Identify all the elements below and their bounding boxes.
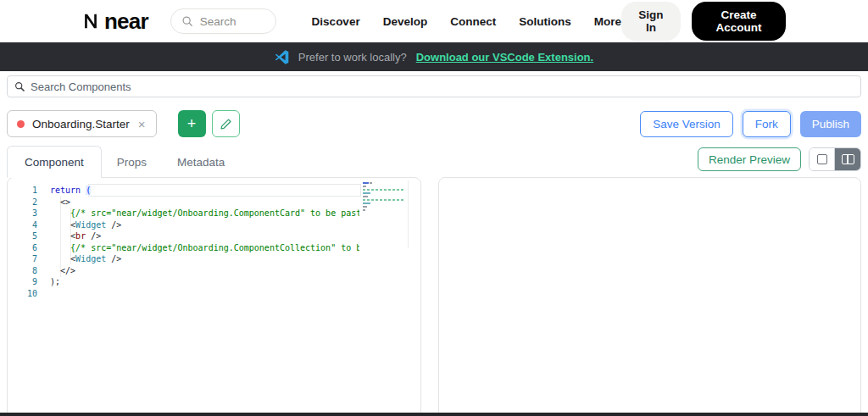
preview-controls: Render Preview (698, 147, 861, 171)
pencil-icon (220, 118, 232, 130)
nav-item-discover[interactable]: Discover (312, 15, 360, 28)
line-numbers: 12345678910 (8, 185, 37, 299)
near-logo[interactable]: near (81, 10, 148, 32)
search-components-placeholder: Search Components (31, 80, 131, 93)
new-component-button[interactable]: + (178, 110, 206, 137)
search-components-input[interactable]: Search Components (7, 75, 861, 97)
vscode-icon (275, 50, 289, 64)
single-pane-toggle[interactable] (810, 148, 835, 170)
fork-button[interactable]: Fork (743, 111, 791, 137)
save-version-button[interactable]: Save Version (640, 111, 733, 137)
sign-in-button[interactable]: Sign In (621, 2, 681, 41)
magnifier-icon (14, 81, 25, 92)
close-tab-icon[interactable]: × (137, 118, 147, 130)
tab-props[interactable]: Props (102, 146, 162, 178)
single-pane-icon (817, 154, 827, 164)
split-pane-icon (842, 154, 854, 164)
version-actions: Save Version Fork Publish (640, 111, 861, 137)
unsaved-dot-icon (17, 120, 25, 128)
editor-tabs-row: Component Props Metadata Render Preview (7, 146, 861, 178)
tab-metadata[interactable]: Metadata (162, 146, 240, 178)
code-lines[interactable]: return ( <> {/* src="near/widget/Onboard… (50, 185, 359, 299)
vscode-banner: Prefer to work locally? Download our VSC… (0, 42, 868, 71)
banner-prompt: Prefer to work locally? (298, 51, 407, 64)
tab-component[interactable]: Component (7, 146, 102, 178)
nav-item-connect[interactable]: Connect (450, 15, 496, 28)
rename-button[interactable] (212, 110, 240, 137)
create-account-button[interactable]: Create Account (692, 2, 786, 41)
layout-toggle (809, 147, 861, 171)
vscode-extension-link[interactable]: Download our VSCode Extension. (416, 51, 593, 64)
file-tab-bar: Onboarding.Starter × + Save Version Fork… (7, 110, 861, 137)
header-search-input[interactable]: Search (170, 8, 276, 34)
minimap[interactable] (361, 180, 409, 248)
render-preview-panel (438, 177, 861, 416)
split-pane-toggle[interactable] (835, 148, 860, 170)
search-icon (181, 15, 193, 27)
nav-item-more[interactable]: More (594, 15, 621, 28)
nav-item-develop[interactable]: Develop (383, 15, 428, 28)
render-preview-button[interactable]: Render Preview (698, 147, 801, 171)
main-nav: Discover Develop Connect Solutions More (312, 15, 621, 28)
open-file-tab[interactable]: Onboarding.Starter × (7, 110, 157, 137)
near-logo-icon (81, 12, 100, 31)
code-editor-panel: 12345678910 return ( <> {/* src="near/wi… (7, 177, 421, 416)
publish-button[interactable]: Publish (800, 111, 861, 137)
near-logo-word: near (104, 10, 148, 32)
top-header: near Search Discover Develop Connect Sol… (0, 0, 868, 42)
nav-item-solutions[interactable]: Solutions (519, 15, 571, 28)
open-file-name: Onboarding.Starter (32, 118, 130, 130)
header-search-placeholder: Search (200, 15, 236, 28)
console-bar (0, 413, 868, 416)
page: near Search Discover Develop Connect Sol… (0, 0, 868, 416)
